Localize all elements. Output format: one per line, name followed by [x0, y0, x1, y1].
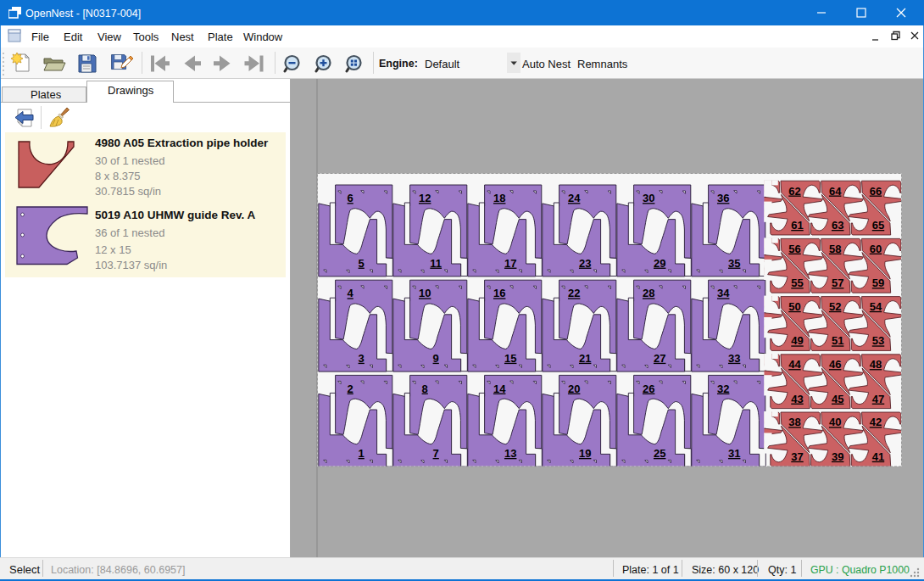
svg-text:47: 47 — [872, 393, 884, 405]
svg-text:62: 62 — [788, 185, 800, 198]
svg-text:4: 4 — [348, 287, 354, 299]
svg-text:7: 7 — [433, 447, 439, 460]
svg-text:3: 3 — [359, 352, 365, 365]
svg-text:24: 24 — [568, 192, 581, 204]
svg-text:65: 65 — [872, 219, 884, 232]
svg-text:6: 6 — [348, 192, 353, 204]
svg-text:57: 57 — [832, 277, 843, 289]
svg-text:43: 43 — [791, 393, 803, 405]
svg-text:66: 66 — [870, 185, 882, 198]
svg-text:56: 56 — [788, 243, 800, 255]
svg-text:64: 64 — [829, 185, 842, 198]
svg-text:32: 32 — [717, 383, 729, 395]
svg-text:50: 50 — [788, 300, 800, 313]
svg-text:63: 63 — [832, 219, 843, 232]
svg-text:14: 14 — [493, 383, 506, 395]
svg-text:59: 59 — [872, 277, 884, 289]
svg-text:49: 49 — [791, 334, 803, 347]
svg-text:33: 33 — [728, 352, 740, 365]
svg-text:12: 12 — [419, 192, 431, 204]
svg-text:42: 42 — [870, 416, 882, 428]
svg-text:29: 29 — [654, 257, 665, 270]
svg-text:36: 36 — [717, 192, 729, 204]
svg-text:55: 55 — [791, 277, 803, 289]
svg-text:30: 30 — [643, 192, 654, 204]
svg-text:21: 21 — [579, 352, 591, 365]
svg-text:2: 2 — [348, 383, 353, 395]
svg-text:37: 37 — [791, 450, 803, 463]
svg-text:34: 34 — [717, 287, 730, 299]
svg-text:31: 31 — [728, 447, 740, 460]
svg-text:54: 54 — [870, 300, 882, 313]
svg-text:13: 13 — [504, 447, 516, 460]
svg-text:25: 25 — [654, 447, 665, 460]
svg-text:23: 23 — [579, 257, 591, 270]
svg-text:38: 38 — [788, 416, 800, 428]
svg-text:22: 22 — [568, 287, 580, 299]
svg-text:52: 52 — [829, 300, 841, 313]
svg-text:27: 27 — [654, 352, 665, 365]
svg-text:39: 39 — [832, 450, 843, 463]
svg-text:19: 19 — [579, 447, 591, 460]
svg-text:53: 53 — [872, 334, 884, 347]
svg-text:35: 35 — [728, 257, 740, 270]
svg-text:18: 18 — [493, 192, 505, 204]
svg-text:44: 44 — [788, 358, 801, 371]
svg-text:41: 41 — [872, 450, 884, 463]
svg-text:51: 51 — [832, 334, 843, 347]
svg-text:11: 11 — [430, 257, 442, 270]
svg-text:8: 8 — [422, 383, 428, 395]
svg-text:45: 45 — [832, 393, 843, 405]
svg-text:5: 5 — [359, 257, 365, 270]
svg-text:26: 26 — [643, 383, 654, 395]
svg-text:9: 9 — [433, 352, 439, 365]
svg-text:58: 58 — [829, 243, 841, 255]
svg-text:60: 60 — [870, 243, 882, 255]
svg-text:48: 48 — [870, 358, 882, 371]
svg-text:15: 15 — [504, 352, 516, 365]
svg-text:46: 46 — [829, 358, 841, 371]
svg-text:10: 10 — [419, 287, 431, 299]
svg-text:61: 61 — [791, 219, 803, 232]
svg-text:28: 28 — [643, 287, 654, 299]
svg-text:1: 1 — [359, 447, 365, 460]
svg-text:16: 16 — [493, 287, 505, 299]
svg-text:17: 17 — [504, 257, 516, 270]
svg-text:40: 40 — [829, 416, 841, 428]
svg-text:20: 20 — [568, 383, 580, 395]
